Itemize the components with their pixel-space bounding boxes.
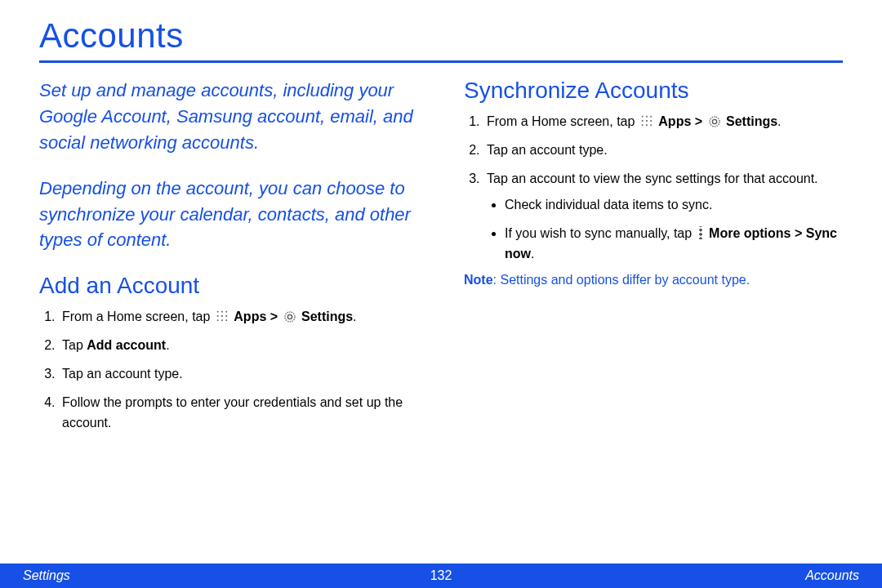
settings-icon — [283, 310, 296, 323]
apps-icon — [216, 310, 229, 323]
intro-paragraph-2: Depending on the account, you can choose… — [39, 176, 418, 254]
sync-step-1: From a Home screen, tap Apps > Settings. — [483, 112, 843, 132]
sync-heading: Synchronize Accounts — [464, 78, 843, 104]
text: Tap — [62, 338, 87, 352]
title-rule — [39, 60, 843, 63]
add-account-label: Add account — [87, 338, 166, 352]
right-column: Synchronize Accounts From a Home screen,… — [464, 78, 843, 441]
apps-icon — [640, 114, 653, 127]
svg-point-0 — [285, 312, 295, 322]
add-step-1: From a Home screen, tap Apps > Settings. — [59, 307, 418, 327]
svg-point-1 — [287, 315, 292, 319]
footer-right: Accounts — [805, 568, 859, 583]
period: . — [353, 310, 356, 323]
add-step-4: Follow the prompts to enter your credent… — [59, 393, 418, 434]
add-step-3: Tap an account type. — [59, 364, 418, 385]
svg-point-3 — [712, 119, 716, 123]
sync-steps: From a Home screen, tap Apps > Settings.… — [464, 112, 843, 265]
text: From a Home screen, tap — [62, 310, 214, 323]
settings-icon — [708, 114, 721, 127]
columns: Set up and manage accounts, including yo… — [39, 78, 843, 441]
add-step-2: Tap Add account. — [59, 336, 418, 356]
sync-bullet-1: Check individual data items to sync. — [505, 195, 843, 216]
add-account-steps: From a Home screen, tap Apps > Settings.… — [39, 307, 418, 433]
apps-label: Apps > — [234, 310, 281, 323]
sync-bullets: Check individual data items to sync. If … — [487, 195, 843, 264]
sync-step-3: Tap an account to view the sync settings… — [483, 169, 843, 265]
manual-page: Accounts Set up and manage accounts, inc… — [0, 0, 882, 588]
settings-label: Settings — [726, 114, 777, 128]
period: . — [531, 247, 534, 261]
settings-label: Settings — [301, 310, 353, 323]
note: Note: Settings and options differ by acc… — [464, 273, 843, 287]
footer: Settings 132 Accounts — [0, 564, 882, 588]
note-label: Note — [464, 273, 493, 287]
note-text: : Settings and options differ by account… — [493, 273, 751, 287]
footer-left: Settings — [23, 568, 70, 583]
left-column: Set up and manage accounts, including yo… — [39, 78, 418, 441]
more-options-icon — [697, 226, 704, 239]
add-account-heading: Add an Account — [39, 273, 418, 299]
apps-label: Apps > — [658, 114, 706, 128]
sync-step-2: Tap an account type. — [483, 140, 843, 161]
intro-paragraph-1: Set up and manage accounts, including yo… — [39, 78, 418, 156]
text: Tap an account to view the sync settings… — [487, 172, 818, 185]
page-title: Accounts — [39, 16, 843, 56]
text: If you wish to sync manually, tap — [505, 226, 696, 240]
text: From a Home screen, tap — [487, 114, 639, 128]
footer-page-number: 132 — [430, 568, 452, 583]
sync-bullet-2: If you wish to sync manually, tap More o… — [505, 224, 843, 265]
period: . — [166, 338, 169, 352]
svg-point-2 — [710, 117, 719, 127]
period: . — [777, 114, 781, 128]
